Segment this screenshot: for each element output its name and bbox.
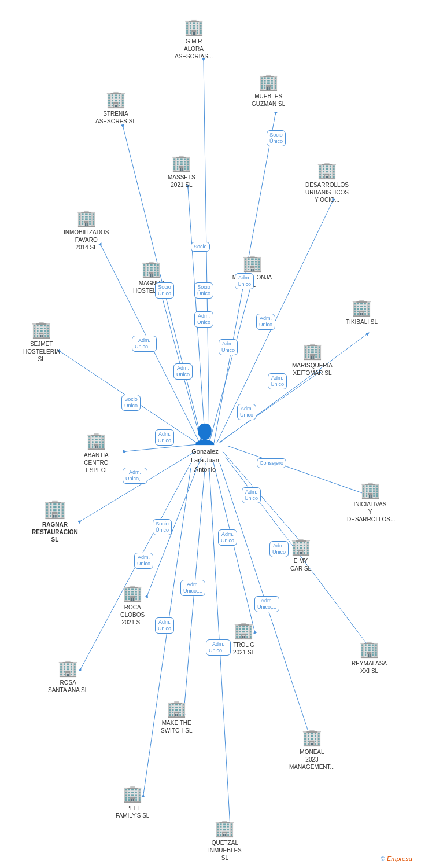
label-marisqueria: MARISQUERIAXEITOMAR SL — [292, 362, 333, 377]
label-tikibali: TIKIBALI SL — [346, 318, 378, 326]
building-icon-mercalonja: 🏢 — [242, 253, 263, 273]
node-roca[interactable]: 🏢 ROCAGLOBOS2021 SL — [120, 583, 145, 626]
person-icon: 👤 — [193, 422, 217, 446]
badge-adm-unico-trol2: Adm.Unico,... — [206, 639, 231, 656]
label-inmobilizados: INMOBILIZADOSFAVARO2014 SL — [64, 229, 109, 251]
center-node[interactable]: 👤 Gonzalez Lara Juan Antonio — [191, 422, 219, 474]
building-icon-reymalasa: 🏢 — [359, 639, 379, 659]
label-roca: ROCAGLOBOS2021 SL — [120, 604, 145, 626]
label-trol: TROL G2021 SL — [233, 641, 254, 656]
node-muebles[interactable]: 🏢 MUEBLESGUZMAN SL — [252, 72, 285, 108]
building-icon-quetzal: 🏢 — [215, 819, 235, 838]
building-icon-magnus: 🏢 — [141, 259, 161, 278]
building-icon-ragnar: 🏢 — [43, 498, 67, 520]
badge-socio-unico-magnus1: SocioÚnico — [155, 282, 174, 299]
label-emycar: E MYCAR SL — [290, 557, 311, 572]
badge-adm-unico-iniciativas: Adm.Unico — [242, 487, 261, 503]
node-quetzal[interactable]: 🏢 QUETZALINMUEBLESSL — [208, 819, 242, 862]
building-icon-sejmet: 🏢 — [31, 320, 51, 339]
label-sejmet: SEJMETHOSTELERIASL — [23, 340, 60, 363]
label-reymalasa: REYMALASAXXI SL — [352, 660, 387, 675]
badge-adm-unico-emycar: Adm.Unico — [269, 541, 289, 557]
node-ragnar[interactable]: 🏢 RAGNARRESTAURACIONSL — [32, 498, 78, 543]
building-icon-gmr: 🏢 — [184, 17, 204, 36]
node-tikibali[interactable]: 🏢 TIKIBALI SL — [346, 298, 378, 326]
node-inmobilizados[interactable]: 🏢 INMOBILIZADOSFAVARO2014 SL — [64, 208, 109, 251]
label-peli: PELIFAMILY'S SL — [116, 804, 149, 819]
building-icon-desarrollos: 🏢 — [317, 161, 337, 180]
node-trol[interactable]: 🏢 TROL G2021 SL — [233, 621, 254, 656]
badge-adm-unico-sejmet: Adm.Unico,... — [132, 336, 157, 352]
label-strenia: STRENIAASESORES SL — [95, 110, 136, 125]
building-icon-inmobilizados: 🏢 — [76, 208, 97, 227]
node-make-the-switch[interactable]: 🏢 MAKE THESWITCH SL — [161, 699, 192, 734]
node-massets[interactable]: 🏢 MASSETS2021 SL — [168, 153, 195, 189]
badge-adm-unico-marisqueria1: Adm.Unico — [268, 373, 287, 389]
badge-adm-unico-center3: Adm.Unico — [218, 529, 237, 546]
node-abantia[interactable]: 🏢 ABANTIACENTROESPECI — [84, 431, 109, 474]
building-icon-muebles: 🏢 — [258, 72, 279, 91]
label-moneal: MONEAL2023MANAGEMENT... — [289, 748, 335, 771]
svg-line-11 — [126, 444, 198, 451]
building-icon-emycar: 🏢 — [291, 537, 311, 556]
label-rosa: ROSASANTA ANA SL — [48, 679, 88, 694]
building-icon-make-the-switch: 🏢 — [167, 699, 187, 718]
badge-adm-unico-roca2: Adm.Unico — [155, 617, 174, 634]
graph-container: 👤 Gonzalez Lara Juan Antonio 🏢 G M RALOR… — [0, 0, 421, 868]
building-icon-strenia: 🏢 — [106, 90, 126, 109]
node-reymalasa[interactable]: 🏢 REYMALASAXXI SL — [352, 639, 387, 675]
building-icon-roca: 🏢 — [123, 583, 143, 602]
node-gmr[interactable]: 🏢 G M RALORAASESORIAS... — [175, 17, 213, 60]
building-icon-rosa: 🏢 — [58, 659, 78, 678]
node-peli[interactable]: 🏢 PELIFAMILY'S SL — [116, 784, 149, 819]
label-quetzal: QUETZALINMUEBLESSL — [208, 839, 242, 862]
node-rosa[interactable]: 🏢 ROSASANTA ANA SL — [48, 659, 88, 694]
building-icon-peli: 🏢 — [123, 784, 143, 803]
svg-line-0 — [204, 61, 209, 443]
label-iniciativas: INICIATIVASYDESARROLLOS... — [347, 501, 393, 523]
badge-adm-unico-mercalonja2: Adm.Unico — [256, 314, 275, 330]
node-marisqueria[interactable]: 🏢 MARISQUERIAXEITOMAR SL — [292, 341, 333, 377]
badge-adm-unico-ragnar: Adm.Unico — [134, 553, 153, 569]
node-sejmet[interactable]: 🏢 SEJMETHOSTELERIASL — [23, 320, 60, 363]
label-ragnar: RAGNARRESTAURACIONSL — [32, 521, 78, 543]
badge-socio-massets: Socio — [191, 242, 210, 252]
building-icon-abantia: 🏢 — [86, 431, 106, 450]
building-icon-marisqueria: 🏢 — [302, 341, 323, 361]
label-gmr: G M RALORAASESORIAS... — [175, 38, 213, 60]
node-iniciativas[interactable]: 🏢 INICIATIVASYDESARROLLOS... — [347, 480, 393, 523]
badge-adm-unico-trol1: Adm.Unico,... — [254, 596, 279, 612]
building-icon-tikibali: 🏢 — [352, 298, 372, 317]
badge-socio-unico-ragnar: SocioÚnico — [153, 519, 172, 535]
label-make-the-switch: MAKE THESWITCH SL — [161, 719, 192, 734]
node-strenia[interactable]: 🏢 STRENIAASESORES SL — [95, 90, 136, 125]
label-massets: MASSETS2021 SL — [168, 174, 195, 189]
badge-adm-unico-mercalonja1: Adm.Unico — [235, 273, 254, 289]
badge-socio-unico-muebles: SocioÚnico — [267, 130, 286, 146]
badge-socio-unico-magnus2: SocioÚnico — [194, 282, 213, 299]
badge-adm-unico-abantia2: Adm.Unico,... — [123, 468, 147, 484]
badge-adm-unico-center2: Adm.Unico — [173, 363, 193, 380]
badge-adm-unico-abantia: Adm.Unico — [155, 429, 174, 446]
label-muebles: MUEBLESGUZMAN SL — [252, 93, 285, 108]
badge-adm-unico-magnus: Adm.Unico — [194, 311, 213, 328]
copyright: © Empresa — [381, 855, 412, 862]
building-icon-iniciativas: 🏢 — [360, 480, 381, 499]
brand-name: Empresa — [387, 855, 412, 862]
node-emycar[interactable]: 🏢 E MYCAR SL — [290, 537, 311, 572]
center-label: Gonzalez Lara Juan Antonio — [191, 447, 219, 474]
badge-consejero: Consejero — [257, 458, 286, 468]
node-desarrollos[interactable]: 🏢 DESARROLLOSURBANISTICOSY OCIO... — [305, 161, 349, 204]
node-moneal[interactable]: 🏢 MONEAL2023MANAGEMENT... — [289, 728, 335, 771]
badge-adm-unico-roca: Adm.Unico,... — [180, 580, 205, 596]
building-icon-moneal: 🏢 — [302, 728, 322, 747]
building-icon-massets: 🏢 — [171, 153, 191, 172]
label-abantia: ABANTIACENTROESPECI — [84, 451, 109, 474]
building-icon-trol: 🏢 — [234, 621, 254, 640]
badge-adm-unico-marisqueria2: Adm.Unico — [237, 404, 256, 420]
label-desarrollos: DESARROLLOSURBANISTICOSY OCIO... — [305, 181, 349, 204]
badge-adm-unico-center1: Adm.Unico — [219, 339, 238, 355]
badge-socio-unico-abantia: SocioÚnico — [121, 395, 141, 411]
